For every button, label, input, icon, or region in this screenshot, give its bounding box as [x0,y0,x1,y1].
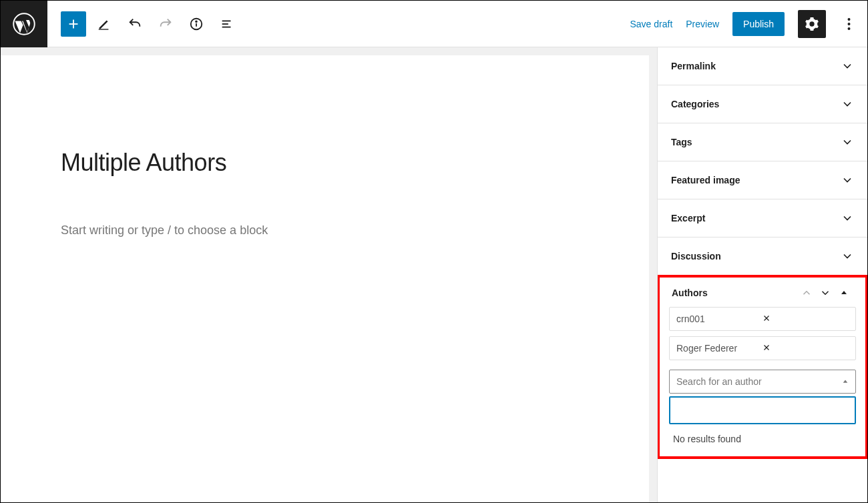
redo-button [153,11,178,37]
post-title[interactable]: Multiple Authors [61,149,649,177]
list-icon [220,17,234,31]
panel-permalink[interactable]: Permalink [658,47,867,85]
plus-icon [66,17,81,31]
chevron-down-icon [841,59,854,73]
panel-discussion[interactable]: Discussion [658,237,867,276]
toolbar-left-group [47,11,240,37]
svg-point-10 [847,27,850,30]
undo-icon [128,17,142,31]
highlight-authors: Authors crn001 Ro [657,275,867,459]
move-down-button[interactable] [816,287,835,299]
panel-title: Permalink [671,61,716,71]
add-block-button[interactable] [61,11,86,37]
author-chip[interactable]: crn001 [669,307,856,331]
top-toolbar: Save draft Preview Publish [1,1,867,47]
publish-button[interactable]: Publish [732,12,785,36]
editor-canvas[interactable]: Multiple Authors Start writing or type /… [1,55,649,502]
chevron-down-icon [841,249,854,263]
panel-excerpt[interactable]: Excerpt [658,199,867,237]
chevron-down-icon [841,173,854,187]
no-results-text: No results found [669,424,856,447]
panel-title: Featured image [671,175,740,185]
svg-point-4 [196,21,197,22]
panel-title: Tags [671,137,692,147]
gear-icon [805,17,819,31]
panel-title: Authors [672,288,797,298]
close-icon [763,344,771,352]
more-options-button[interactable] [839,10,858,38]
author-search-input-wrap [669,396,856,424]
search-placeholder-text: Search for an author [676,376,762,387]
triangle-up-icon [842,378,849,385]
editor-wrap: Multiple Authors Start writing or type /… [1,47,657,502]
redo-icon [158,17,173,31]
panel-authors-header[interactable]: Authors [660,278,865,307]
settings-sidebar: Permalink Categories Tags Featured image [657,47,867,502]
svg-point-8 [847,18,850,21]
svg-rect-1 [99,29,109,29]
preview-button[interactable]: Preview [686,19,719,29]
outline-button[interactable] [214,11,240,37]
save-draft-button[interactable]: Save draft [630,19,672,29]
remove-author-button[interactable] [763,314,849,324]
author-name: crn001 [676,314,763,324]
panel-featured-image[interactable]: Featured image [658,161,867,199]
close-icon [763,314,771,322]
wordpress-icon [12,12,36,36]
chevron-down-icon [841,211,854,225]
settings-button[interactable] [798,10,826,38]
author-name: Roger Federer [676,343,763,354]
dots-vertical-icon [847,17,851,31]
move-up-button [797,287,816,299]
chevron-down-icon [819,287,831,299]
main-area: Multiple Authors Start writing or type /… [1,47,867,502]
panel-categories[interactable]: Categories [658,85,867,123]
panel-authors-body: crn001 Roger Federer Search for an autho… [660,307,865,456]
undo-button[interactable] [122,11,148,37]
svg-point-9 [847,23,850,25]
tools-button[interactable] [91,11,117,37]
panel-title: Excerpt [671,213,705,223]
chevron-up-icon [801,287,813,299]
post-body-placeholder[interactable]: Start writing or type / to choose a bloc… [61,223,649,237]
toolbar-right-group: Save draft Preview Publish [630,10,867,38]
panel-title: Discussion [671,251,721,262]
svg-rect-6 [222,23,228,25]
author-search-select[interactable]: Search for an author [669,370,856,394]
svg-rect-5 [222,20,231,21]
chevron-down-icon [841,97,854,111]
info-icon [189,17,204,31]
collapse-button[interactable] [835,289,853,297]
author-search-input[interactable] [670,398,855,423]
panel-tags[interactable]: Tags [658,123,867,161]
panel-title: Categories [671,99,719,109]
svg-rect-7 [222,26,231,27]
author-chip[interactable]: Roger Federer [669,336,856,360]
info-button[interactable] [184,11,209,37]
pencil-icon [97,17,112,31]
wordpress-logo[interactable] [1,1,47,47]
remove-author-button[interactable] [763,343,849,354]
triangle-up-icon [840,289,848,297]
chevron-down-icon [841,135,854,149]
